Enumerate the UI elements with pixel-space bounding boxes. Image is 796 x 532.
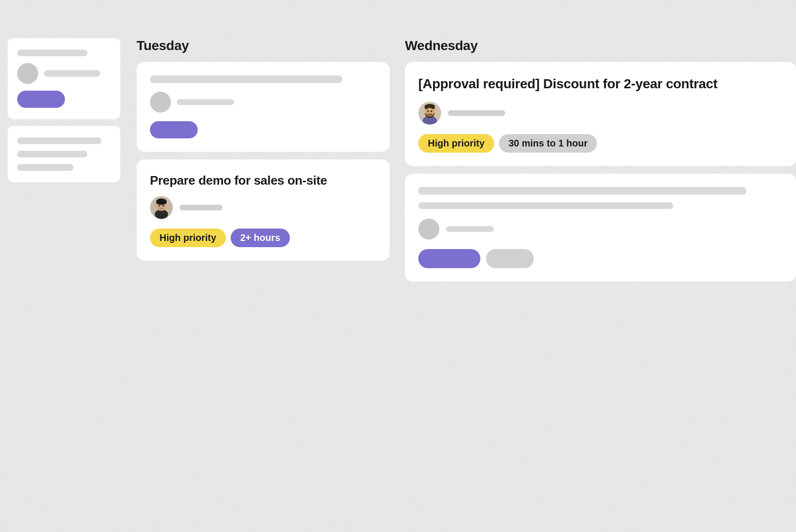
skeleton-bar (177, 99, 234, 105)
task-badges: High priority 2+ hours (150, 229, 376, 247)
skeleton-gray-tag (486, 249, 534, 268)
page-wrapper: Tuesday Prepare demo for sales on-site (0, 0, 796, 532)
task-assignee-name (180, 205, 223, 210)
skeleton-bar (418, 202, 673, 209)
high-priority-badge: High priority (418, 134, 494, 153)
sidebar-card-1[interactable] (8, 38, 120, 119)
skeleton-purple-tag (418, 249, 480, 268)
svg-point-4 (156, 201, 167, 205)
task-title: [Approval required] Discount for 2-year … (418, 75, 783, 92)
skeleton-avatar (150, 92, 171, 113)
tuesday-column: Tuesday Prepare demo for sales on-site (137, 38, 390, 268)
skeleton-row (150, 92, 376, 113)
avatar (150, 196, 173, 219)
skeleton-tag (150, 121, 198, 138)
skeleton-bar (17, 137, 101, 144)
duration-badge: 30 mins to 1 hour (499, 134, 597, 153)
sidebar-card-2[interactable] (8, 126, 120, 182)
skeleton-bar (150, 75, 342, 83)
task-badges: High priority 30 mins to 1 hour (418, 134, 783, 153)
skeleton-bar (418, 187, 746, 195)
skeleton-bar (17, 164, 74, 171)
task-meta (418, 102, 783, 125)
tuesday-task-card[interactable]: Prepare demo for sales on-site (137, 159, 390, 261)
svg-point-18 (427, 114, 432, 116)
task-title: Prepare demo for sales on-site (150, 173, 376, 188)
svg-point-6 (162, 205, 164, 206)
skeleton-avatar (17, 63, 38, 84)
avatar (418, 102, 441, 125)
task-assignee-name (448, 110, 505, 116)
duration-badge: 2+ hours (231, 229, 290, 247)
tuesday-card-skeleton[interactable] (137, 62, 390, 152)
svg-point-15 (427, 111, 429, 112)
tuesday-header: Tuesday (137, 38, 390, 53)
high-priority-badge: High priority (150, 229, 226, 247)
svg-point-7 (161, 207, 162, 208)
skeleton-row (17, 63, 111, 84)
skeleton-tag (17, 91, 65, 108)
wednesday-task-card-1[interactable]: [Approval required] Discount for 2-year … (405, 62, 796, 166)
wednesday-skeleton-card[interactable] (405, 174, 796, 282)
skeleton-bar (44, 70, 100, 77)
task-meta (150, 196, 376, 219)
wednesday-column: Wednesday [Approval required] Discount f… (405, 38, 796, 282)
svg-point-17 (429, 112, 430, 113)
skeleton-bar (17, 50, 87, 56)
sidebar-column (0, 38, 128, 182)
svg-point-16 (431, 111, 433, 112)
skeleton-avatar (418, 219, 439, 240)
wednesday-header: Wednesday (405, 38, 796, 53)
skeleton-bar (17, 151, 87, 157)
svg-point-5 (159, 205, 160, 206)
skeleton-bar (446, 226, 494, 232)
